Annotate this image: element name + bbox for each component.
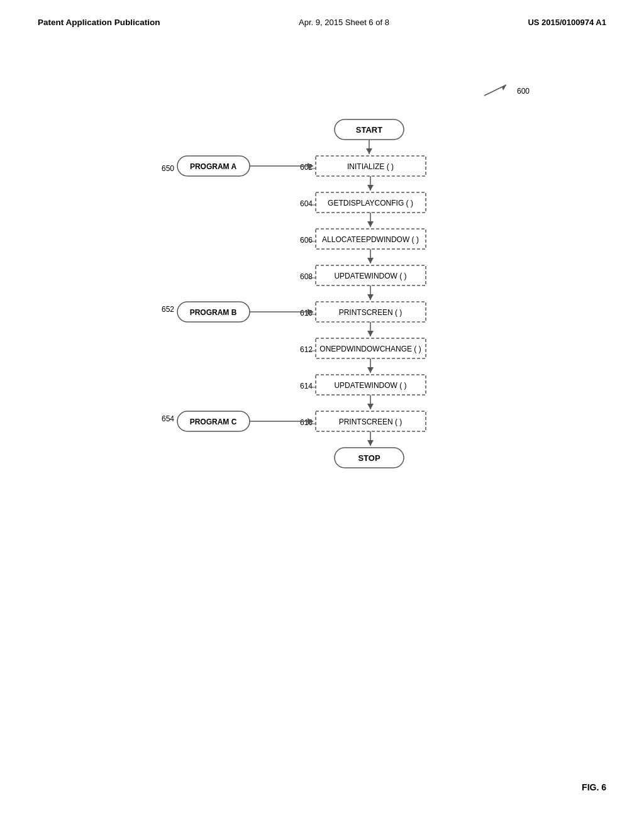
svg-text:654: 654	[162, 414, 174, 423]
svg-text:GETDISPLAYCONFIG ( ): GETDISPLAYCONFIG ( )	[328, 199, 413, 208]
ref-600-text: 600	[517, 87, 530, 96]
svg-marker-53	[367, 440, 374, 446]
svg-marker-35	[367, 331, 374, 336]
svg-marker-47	[367, 404, 374, 409]
figure-label: FIG. 6	[582, 782, 606, 792]
svg-text:606: 606	[300, 236, 313, 245]
svg-text:UPDATEWINDOW ( ): UPDATEWINDOW ( )	[334, 381, 406, 390]
svg-text:ONEPDWINDOWCHANGE ( ): ONEPDWINDOWCHANGE ( )	[319, 345, 421, 353]
svg-text:604: 604	[300, 199, 313, 208]
flowchart-diagram: 600 START 602 INITIALIZE ( ) 604	[102, 82, 542, 711]
svg-text:PROGRAM C: PROGRAM C	[190, 418, 237, 426]
svg-marker-11	[367, 185, 374, 191]
svg-text:STOP: STOP	[358, 453, 380, 463]
svg-text:612: 612	[300, 345, 313, 354]
svg-marker-29	[367, 294, 374, 300]
header-right: US 2015/0100974 A1	[528, 18, 606, 27]
svg-text:614: 614	[300, 382, 313, 390]
svg-text:INITIALIZE ( ): INITIALIZE ( )	[347, 162, 394, 171]
ref-600-label: 600	[484, 82, 530, 101]
svg-marker-17	[367, 221, 374, 227]
svg-text:PRINTSCREEN ( ): PRINTSCREEN ( )	[339, 418, 402, 426]
header-left: Patent Application Publication	[38, 18, 160, 27]
svg-marker-5	[366, 148, 372, 154]
svg-text:UPDATEWINDOW ( ): UPDATEWINDOW ( )	[334, 272, 406, 280]
svg-marker-41	[367, 367, 374, 373]
svg-marker-23	[367, 258, 374, 263]
svg-text:650: 650	[162, 164, 174, 173]
svg-text:START: START	[356, 125, 382, 135]
svg-text:652: 652	[162, 305, 174, 314]
svg-text:PROGRAM B: PROGRAM B	[190, 308, 237, 317]
svg-text:PRINTSCREEN ( ): PRINTSCREEN ( )	[339, 308, 402, 317]
svg-text:608: 608	[300, 272, 313, 281]
flowchart-svg: START 602 INITIALIZE ( ) 604 GETDISPLAYC…	[102, 101, 542, 717]
diagram-container: 600 START 602 INITIALIZE ( ) 604	[0, 82, 644, 711]
header-center: Apr. 9, 2015 Sheet 6 of 8	[299, 18, 389, 27]
page-header: Patent Application Publication Apr. 9, 2…	[0, 0, 644, 27]
svg-text:ALLOCATEEPDWINDOW ( ): ALLOCATEEPDWINDOW ( )	[322, 235, 419, 244]
svg-text:PROGRAM A: PROGRAM A	[190, 162, 237, 171]
